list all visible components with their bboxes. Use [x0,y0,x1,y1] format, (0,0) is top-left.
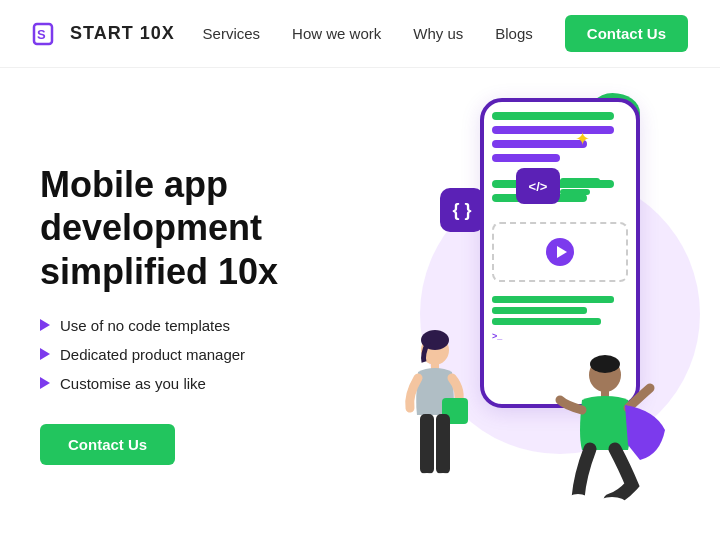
hero-section: Mobile app development simplified 10x Us… [0,68,720,540]
svg-rect-7 [436,414,450,474]
hero-left: Mobile app development simplified 10x Us… [40,163,360,465]
code-lines-decoration [560,178,600,195]
header: S START 10X Services How we work Why us … [0,0,720,68]
nav-blogs[interactable]: Blogs [495,25,533,42]
logo-text: START 10X [70,23,175,44]
logo-icon: S [32,18,64,50]
feature-item-3: Customise as you like [40,375,360,392]
hero-features-list: Use of no code templates Dedicated produ… [40,317,360,392]
hero-contact-button[interactable]: Contact Us [40,424,175,465]
svg-point-11 [590,355,620,373]
logo: S START 10X [32,18,175,50]
nav: Services How we work Why us Blogs Contac… [203,15,688,52]
svg-point-9 [433,473,453,483]
person-right [560,350,670,520]
feature-item-2: Dedicated product manager [40,346,360,363]
code-slash-icon: </> [516,168,560,204]
phone-dotted-area [492,222,628,282]
arrow-icon-2 [40,348,50,360]
header-contact-button[interactable]: Contact Us [565,15,688,52]
phone-bottom-bars: >_ [492,296,628,341]
svg-point-14 [598,497,626,509]
person-left [390,320,480,520]
svg-text:S: S [37,27,47,42]
arrow-icon-1 [40,319,50,331]
hero-right: ✦ { } </> [360,88,680,540]
feature-item-1: Use of no code templates [40,317,360,334]
nav-services[interactable]: Services [203,25,261,42]
hero-title: Mobile app development simplified 10x [40,163,360,293]
arrow-icon-3 [40,377,50,389]
svg-rect-6 [420,414,434,474]
code-bracket-icon: { } [440,188,484,232]
nav-how-we-work[interactable]: How we work [292,25,381,42]
svg-point-13 [567,494,589,506]
yellow-star-icon: ✦ [575,128,590,150]
play-button-icon [546,238,574,266]
nav-why-us[interactable]: Why us [413,25,463,42]
